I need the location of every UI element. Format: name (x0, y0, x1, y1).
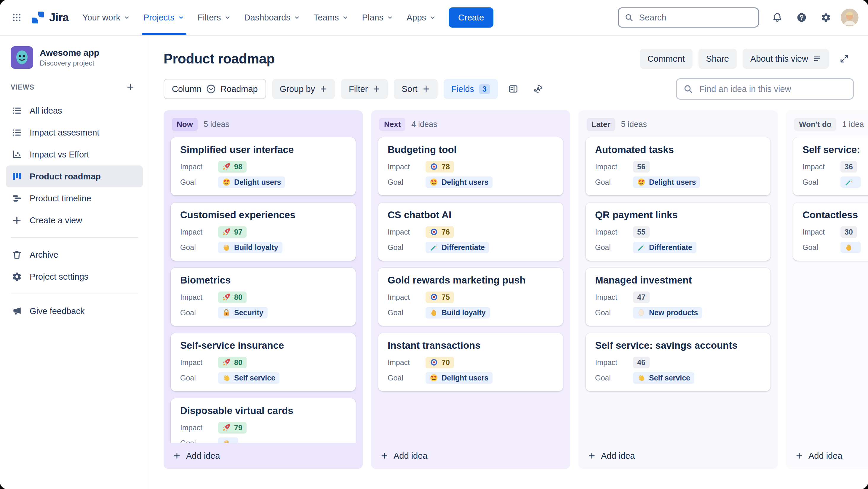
idea-card[interactable]: Disposable virtual cards Impact79 Goal (171, 398, 355, 443)
find-idea-search[interactable] (676, 78, 854, 99)
idea-title: Simplified user interface (180, 144, 346, 156)
idea-card[interactable]: Automated tasks Impact56 GoalDelight use… (586, 137, 771, 195)
app-switcher-button[interactable] (7, 8, 26, 27)
goal-badge: Delight users (426, 372, 493, 384)
impact-badge: 70 (426, 357, 454, 368)
nav-apps-label: Apps (407, 13, 426, 23)
chevron-down-icon (342, 14, 349, 21)
nav-projects[interactable]: Projects (137, 0, 191, 35)
idea-count: 5 ideas (204, 120, 229, 129)
idea-card[interactable]: Budgeting tool Impact78 GoalDelight user… (378, 137, 563, 195)
jira-app: Jira Your work Projects Filters Dashboar… (0, 0, 868, 489)
add-idea-button[interactable]: Add idea (371, 443, 570, 469)
share-button[interactable]: Share (699, 49, 737, 69)
impact-label: Impact (803, 163, 840, 171)
global-search-input[interactable] (638, 12, 752, 23)
idea-title: Gold rewards marketing push (388, 274, 554, 286)
impact-value: 80 (234, 358, 242, 367)
settings-button[interactable] (816, 8, 835, 27)
hand-icon (845, 243, 853, 252)
goal-badge: Differentiate (633, 242, 696, 253)
main-content: Product roadmap Comment Share About this… (149, 36, 868, 489)
page-title: Product roadmap (163, 51, 275, 67)
nav-teams-label: Teams (313, 13, 339, 23)
idea-card[interactable]: Self-service insurance Impact80 GoalSelf… (171, 333, 355, 391)
add-idea-button[interactable]: Add idea (579, 443, 778, 469)
add-idea-button[interactable]: Add idea (786, 443, 868, 469)
idea-card[interactable]: Biometrics Impact80 GoalSecurity (171, 268, 355, 326)
create-button[interactable]: Create (449, 7, 493, 28)
fields-button[interactable]: Fields3 (444, 79, 498, 99)
goal-badge: Self service (218, 372, 279, 384)
idea-count: 1 idea (842, 120, 864, 129)
global-search[interactable] (618, 7, 759, 28)
goal-label: Goal (803, 178, 840, 186)
sidebar-item-impact-vs-effort[interactable]: Impact vs Effort (6, 144, 143, 166)
sidebar-item-label: Impact vs Effort (30, 150, 89, 160)
impact-badge: 46 (633, 357, 650, 368)
goal-value: Self service (234, 374, 275, 382)
search-icon (625, 13, 633, 22)
goal-badge: Self service (633, 372, 694, 384)
idea-card[interactable]: Self service: Impact36 Goal (793, 137, 868, 195)
nav-plans[interactable]: Plans (355, 0, 400, 35)
auto-sort-button[interactable] (529, 80, 548, 98)
sidebar-item-label: Impact assesment (30, 128, 99, 138)
idea-card[interactable]: Customised experiences Impact97 GoalBuil… (171, 203, 355, 261)
add-idea-button[interactable]: Add idea (163, 443, 363, 469)
nav-dashboards[interactable]: Dashboards (238, 0, 307, 35)
nav-filters[interactable]: Filters (191, 0, 238, 35)
nav-your-work-label: Your work (82, 13, 120, 23)
impact-label: Impact (803, 228, 840, 236)
group-by-button[interactable]: Group by (272, 79, 335, 99)
find-idea-input[interactable] (698, 84, 846, 95)
idea-card[interactable]: Managed investment Impact47 GoalNew prod… (586, 268, 771, 326)
sidebar-item-product-roadmap[interactable]: Product roadmap (6, 166, 143, 188)
about-view-button[interactable]: About this view (743, 49, 829, 69)
add-view-button[interactable] (123, 80, 138, 95)
about-view-label: About this view (750, 54, 808, 64)
target-icon (430, 163, 438, 171)
user-avatar[interactable] (841, 9, 859, 26)
nav-filters-label: Filters (198, 13, 221, 23)
sidebar-item-impact-assesment[interactable]: Impact assesment (6, 122, 143, 144)
sidebar-item-archive[interactable]: Archive (6, 244, 143, 266)
impact-badge: 97 (218, 226, 247, 238)
sidebar-item-all-ideas[interactable]: All ideas (6, 99, 143, 122)
list-icon (12, 127, 22, 138)
hand-icon (222, 243, 230, 252)
chevron-down-icon (178, 14, 185, 21)
nav-apps[interactable]: Apps (400, 0, 443, 35)
notifications-button[interactable] (768, 8, 787, 27)
idea-card[interactable]: CS chatbot AI Impact76 GoalDifferentiate (378, 203, 563, 261)
column-settings-button[interactable] (504, 80, 523, 98)
nav-your-work[interactable]: Your work (76, 0, 137, 35)
idea-card[interactable]: Simplified user interface Impact98 GoalD… (171, 137, 355, 195)
sidebar-item-give-feedback[interactable]: Give feedback (6, 300, 143, 322)
idea-card[interactable]: Gold rewards marketing push Impact75 Goa… (378, 268, 563, 326)
column-view-button[interactable]: Column Roadmap (163, 79, 266, 99)
jira-logo[interactable]: Jira (26, 10, 76, 25)
nav-teams[interactable]: Teams (307, 0, 355, 35)
idea-card[interactable]: QR payment links Impact55 GoalDifferenti… (586, 203, 771, 261)
plus-icon (173, 452, 181, 460)
sort-button[interactable]: Sort (394, 79, 437, 99)
impact-value: 76 (441, 228, 450, 236)
sidebar-item-product-timeline[interactable]: Product timeline (6, 188, 143, 209)
sidebar-item-project-settings[interactable]: Project settings (6, 266, 143, 288)
fullscreen-button[interactable] (835, 49, 854, 68)
sidebar-item-create-a-view[interactable]: Create a view (6, 209, 143, 231)
idea-title: Budgeting tool (388, 144, 554, 156)
app-grid-icon (12, 13, 21, 22)
filter-button[interactable]: Filter (341, 79, 388, 99)
idea-card[interactable]: Contactless Impact30 Goal (793, 203, 868, 261)
impact-label: Impact (595, 358, 633, 367)
plus-icon (796, 452, 803, 460)
comment-button[interactable]: Comment (640, 49, 692, 69)
idea-card[interactable]: Instant transactions Impact70 GoalDeligh… (378, 333, 563, 391)
chevron-down-icon (386, 14, 394, 21)
help-button[interactable] (792, 8, 811, 27)
card-list: Budgeting tool Impact78 GoalDelight user… (371, 136, 570, 443)
project-header: Awesome app Discovery project (6, 44, 143, 77)
idea-card[interactable]: Self service: savings accounts Impact46 … (586, 333, 771, 391)
